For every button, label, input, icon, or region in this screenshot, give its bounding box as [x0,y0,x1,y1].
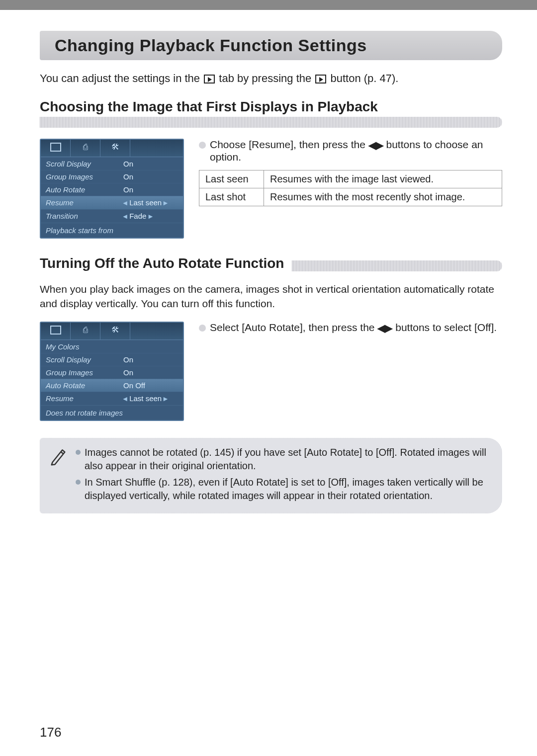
instr-pre: Select [Auto Rotate], then press the [210,322,377,333]
table-desc: Resumes with the most recently shot imag… [264,188,502,206]
playback-tab-icon [204,75,215,84]
heading-decoration [40,117,502,128]
table-row: Last shotResumes with the most recently … [199,188,502,206]
lcd-row-value: ◂ Fade ▸ [123,212,178,221]
instr-pre: Choose [Resume], then press the [210,139,368,150]
lcd-row-label: Resume [46,394,123,403]
note-text: In Smart Shuffle (p. 128), even if [Auto… [85,476,492,503]
playback-tab-icon [41,140,71,157]
print-tab-icon: ⎙ [71,140,100,157]
section2-heading: Turning Off the Auto Rotate Function [40,255,284,271]
tools-tab-icon: 🛠 [100,140,130,157]
lcd-menu-row: My Colors [41,340,183,353]
lcd-row-value: On Off [123,381,178,390]
intro-text-pre: You can adjust the settings in the [40,72,203,84]
page-title: Changing Playback Function Settings [55,36,487,55]
instruction-text: Choose [Resume], then press the ◀▶ butto… [210,139,502,163]
lcd-row-label: Group Images [46,368,123,377]
table-term: Last seen [199,170,264,188]
lcd-row-label: Group Images [46,172,123,181]
lcd-row-label: Resume [46,198,123,207]
lcd-menu-row: Scroll DisplayOn [41,157,183,170]
chevron-left-icon: ◂ [123,394,127,403]
lcd-row-value [123,342,178,351]
lcd-row-value: ◂ Last seen ▸ [123,198,178,207]
resume-options-table: Last seenResumes with the image last vie… [199,170,502,206]
heading-decoration [292,260,502,271]
lcd-help-text: Playback starts from [41,223,183,238]
chevron-left-icon: ◂ [123,212,127,220]
lcd-row-label: Auto Rotate [46,381,123,390]
lcd-menu-row: Group ImagesOn [41,366,183,379]
left-right-arrows-icon: ◀▶ [377,322,392,334]
lcd-menu-row: Auto RotateOn Off [41,379,183,392]
intro-text-mid: tab by pressing the [219,72,314,84]
camera-lcd-1: ⎙ 🛠 Scroll DisplayOnGroup ImagesOnAuto R… [40,139,184,239]
section1-right: Choose [Resume], then press the ◀▶ butto… [199,139,502,206]
lcd-menu-row: Auto RotateOn [41,183,183,196]
page-title-banner: Changing Playback Function Settings [40,31,502,60]
section2-instruction: Select [Auto Rotate], then press the ◀▶ … [199,322,502,334]
note-item: In Smart Shuffle (p. 128), even if [Auto… [76,476,492,503]
note-box: Images cannot be rotated (p. 145) if you… [40,438,502,513]
pencil-note-icon [50,446,67,505]
left-right-arrows-icon: ◀▶ [368,139,383,151]
print-tab-icon: ⎙ [71,323,100,339]
camera-lcd-2: ⎙ 🛠 My ColorsScroll DisplayOnGroup Image… [40,322,184,421]
playback-button-icon [315,75,326,84]
lcd-menu-row: Group ImagesOn [41,170,183,183]
tools-tab-icon: 🛠 [100,323,130,339]
section2-body: When you play back images on the camera,… [40,282,502,311]
bullet-icon [199,142,206,149]
instr-post: buttons to select [Off]. [395,322,497,333]
lcd-tabs: ⎙ 🛠 [41,140,183,157]
section1-content: ⎙ 🛠 Scroll DisplayOnGroup ImagesOnAuto R… [40,139,502,239]
lcd-menu-row: Transition◂ Fade ▸ [41,209,183,223]
lcd-row-label: My Colors [46,342,123,351]
bullet-icon [199,325,206,332]
lcd-menu-row: Scroll DisplayOn [41,353,183,366]
lcd-row-label: Scroll Display [46,355,123,364]
lcd-tabs: ⎙ 🛠 [41,323,183,340]
section2-heading-row: Turning Off the Auto Rotate Function [40,255,502,271]
chevron-right-icon: ▸ [164,198,168,207]
lcd-row-value: On [123,185,178,194]
manual-page: Changing Playback Function Settings You … [0,10,537,756]
lcd-row-value: On [123,368,178,377]
lcd-row-label: Scroll Display [46,160,123,168]
table-row: Last seenResumes with the image last vie… [199,170,502,188]
chevron-right-icon: ▸ [164,394,168,403]
intro-text-post: button (p. 47). [330,72,398,84]
lcd-row-value: ◂ Last seen ▸ [123,394,178,403]
lcd-row-label: Transition [46,212,123,221]
page-number: 176 [40,725,61,740]
lcd-row-value: On [123,355,178,364]
lcd-row-value: On [123,160,178,168]
table-term: Last shot [199,188,264,206]
section1-heading: Choosing the Image that First Displays i… [40,99,502,115]
section2-content: ⎙ 🛠 My ColorsScroll DisplayOnGroup Image… [40,322,502,421]
lcd-menu-row: Resume◂ Last seen ▸ [41,392,183,405]
playback-tab-icon [41,323,71,339]
lcd-row-value: On [123,172,178,181]
section2-right: Select [Auto Rotate], then press the ◀▶ … [199,322,502,341]
chevron-left-icon: ◂ [123,198,127,207]
lcd-help-text: Does not rotate images [41,405,183,420]
table-desc: Resumes with the image last viewed. [264,170,502,188]
note-list: Images cannot be rotated (p. 145) if you… [76,446,492,505]
lcd-row-label: Auto Rotate [46,185,123,194]
note-item: Images cannot be rotated (p. 145) if you… [76,446,492,473]
section1-instruction: Choose [Resume], then press the ◀▶ butto… [199,139,502,163]
note-text: Images cannot be rotated (p. 145) if you… [85,446,492,473]
instruction-text: Select [Auto Rotate], then press the ◀▶ … [210,322,497,334]
intro-paragraph: You can adjust the settings in the tab b… [40,72,502,85]
chevron-right-icon: ▸ [149,212,153,220]
lcd-menu-row: Resume◂ Last seen ▸ [41,196,183,209]
section1-heading-row [40,117,502,128]
